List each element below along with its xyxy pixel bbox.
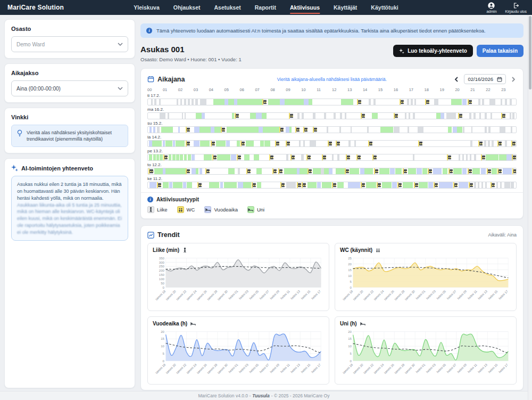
svg-text:helmi 05: helmi 05 bbox=[436, 289, 446, 300]
aikajakso-select[interactable]: Aina (00:00-00:00) bbox=[11, 80, 128, 96]
legend-item-uni: Uni bbox=[247, 206, 264, 213]
wc-event-marker bbox=[235, 113, 239, 119]
svg-text:helmi 09: helmi 09 bbox=[456, 290, 467, 300]
back-button[interactable]: Palaa takaisin bbox=[477, 45, 523, 57]
svg-text:helmi 09: helmi 09 bbox=[269, 290, 280, 300]
wc-event-marker bbox=[278, 168, 282, 174]
nav-item-asetukset[interactable]: Asetukset bbox=[214, 1, 241, 14]
nav-item-aktiivisuus[interactable]: Aktiivisuus bbox=[290, 1, 320, 14]
movement-segment bbox=[505, 141, 506, 146]
svg-text:tammi 22: tammi 22 bbox=[363, 290, 374, 301]
sleep-segment bbox=[403, 182, 413, 188]
timeline-row: pe 13.2. bbox=[147, 149, 517, 161]
svg-text:helmi 01: helmi 01 bbox=[228, 363, 239, 374]
osasto-select[interactable]: Demo Ward bbox=[11, 36, 128, 52]
scrollbar-thumb[interactable] bbox=[529, 16, 531, 89]
logout-button[interactable]: Kirjaudu ulos bbox=[505, 2, 527, 13]
bedtime-segment bbox=[503, 168, 512, 174]
bedtime-segment bbox=[202, 113, 205, 119]
sleep-segment bbox=[196, 168, 199, 174]
wc-event-marker bbox=[346, 154, 350, 160]
movement-segment bbox=[188, 99, 190, 105]
hour-label: 11 bbox=[317, 87, 332, 92]
svg-text:helmi 07: helmi 07 bbox=[259, 290, 270, 300]
sleep-segment bbox=[443, 168, 448, 174]
bedtime-segment bbox=[211, 127, 214, 133]
next-date-button[interactable] bbox=[510, 76, 517, 83]
activity-bar[interactable] bbox=[147, 154, 517, 161]
bedtime-segment bbox=[259, 127, 263, 133]
wc-event-marker bbox=[512, 154, 516, 160]
movement-segment bbox=[471, 127, 473, 133]
patient-header: Asukas 001 Osasto: Demo Ward • Huone: 00… bbox=[140, 45, 523, 62]
bedtime-segment bbox=[163, 141, 165, 146]
activity-bar[interactable] bbox=[147, 182, 517, 189]
nav-item-raportit[interactable]: Raportit bbox=[255, 1, 276, 14]
movement-segment bbox=[418, 127, 423, 133]
movement-segment bbox=[488, 127, 490, 133]
banner-text: Tämä yhteenveto luodaan automaattisesti … bbox=[156, 28, 486, 34]
movement-segment bbox=[159, 99, 161, 105]
back-button-label: Palaa takaisin bbox=[483, 48, 518, 54]
nav-item-ohjaukset[interactable]: Ohjaukset bbox=[173, 1, 201, 14]
timeline-hint: Vieritä aikajana-alueella nähdäksesi lis… bbox=[277, 77, 387, 82]
legend-label: Uni bbox=[257, 207, 264, 213]
wc-icon bbox=[376, 248, 380, 252]
svg-text:tammi 18: tammi 18 bbox=[342, 290, 353, 301]
sleep-segment bbox=[380, 127, 393, 133]
svg-text:helmi 11: helmi 11 bbox=[280, 290, 290, 300]
sleep-segment bbox=[262, 113, 267, 119]
app: MariCare Solution YleiskuvaOhjauksetAset… bbox=[0, 0, 532, 400]
svg-text:15: 15 bbox=[348, 338, 352, 341]
bedtime-segment bbox=[481, 168, 486, 174]
movement-segment bbox=[286, 154, 288, 160]
activity-bar[interactable] bbox=[147, 126, 517, 133]
wc-event-marker bbox=[286, 141, 290, 146]
movement-segment bbox=[413, 154, 414, 160]
sleep-segment bbox=[228, 99, 234, 105]
movement-segment bbox=[195, 99, 198, 105]
activity-bar[interactable] bbox=[147, 140, 517, 147]
movement-segment bbox=[185, 113, 186, 119]
create-ai-summary-button[interactable]: Luo tekoäly-yhteenveto bbox=[393, 45, 473, 57]
activity-bar[interactable] bbox=[147, 112, 517, 119]
activity-bar[interactable] bbox=[147, 168, 517, 175]
page-scrollbar[interactable] bbox=[528, 15, 532, 400]
wc-event-marker bbox=[186, 141, 190, 146]
wc-event-marker bbox=[280, 182, 285, 188]
wc-event-marker bbox=[336, 141, 340, 146]
nav-item-käyttötuki[interactable]: Käyttötuki bbox=[371, 1, 398, 14]
ai-summary-title: AI-toimintojen yhteenveto bbox=[21, 165, 93, 172]
movement-segment bbox=[488, 141, 489, 146]
footer-copyright: - © 2025 - 2026 MariCare Oy bbox=[271, 393, 330, 398]
svg-text:tammi 24: tammi 24 bbox=[186, 363, 197, 374]
sleep-segment bbox=[180, 154, 183, 160]
nav-item-käyttäjät[interactable]: Käyttäjät bbox=[334, 1, 357, 14]
nav-item-yleiskuva[interactable]: Yleiskuva bbox=[134, 1, 159, 14]
sleep-segment bbox=[382, 182, 392, 188]
sleep-segment bbox=[244, 154, 250, 160]
sleep-segment bbox=[163, 182, 169, 188]
svg-text:150: 150 bbox=[159, 273, 165, 276]
hour-label: 15 bbox=[378, 87, 394, 92]
sleep-segment bbox=[436, 113, 440, 119]
wc-event-marker bbox=[497, 168, 502, 174]
admin-menu[interactable]: admin bbox=[486, 2, 496, 13]
bedtime-segment bbox=[220, 182, 223, 188]
wc-event-marker bbox=[447, 154, 451, 160]
movement-segment bbox=[297, 113, 300, 119]
date-input[interactable]: 02/16/2026 bbox=[464, 74, 506, 84]
svg-text:350: 350 bbox=[159, 257, 165, 260]
timeline-row: la 14.2. bbox=[147, 135, 517, 147]
svg-text:5: 5 bbox=[350, 280, 352, 283]
svg-text:250: 250 bbox=[159, 265, 165, 268]
prev-date-button[interactable] bbox=[453, 76, 460, 83]
svg-text:tammi 22: tammi 22 bbox=[363, 363, 374, 374]
activity-bar[interactable] bbox=[147, 99, 517, 105]
sleep-icon bbox=[247, 206, 254, 213]
movement-segment bbox=[511, 182, 514, 188]
nav-right: admin Kirjaudu ulos bbox=[486, 2, 527, 13]
sleep-segment bbox=[263, 127, 279, 133]
svg-text:helmi 09: helmi 09 bbox=[456, 363, 467, 374]
bedtime-segment bbox=[462, 99, 467, 105]
